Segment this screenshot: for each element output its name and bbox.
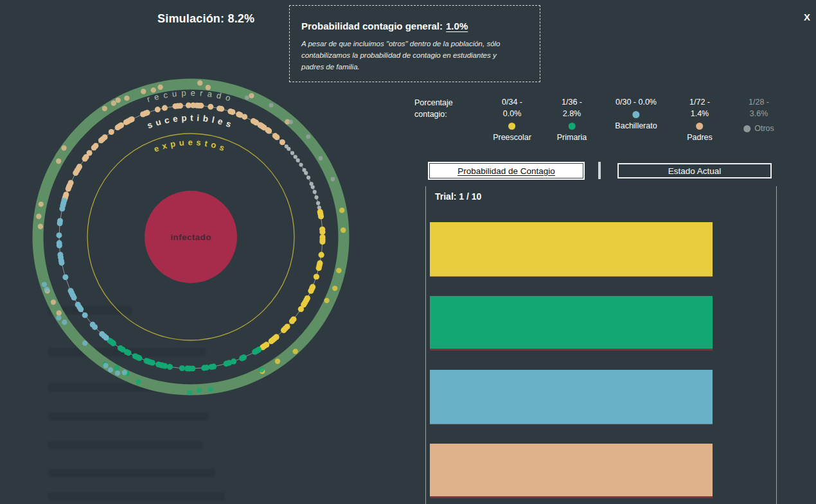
person-dot (306, 135, 310, 139)
person-dot (259, 367, 264, 372)
person-dot (319, 239, 325, 245)
infected-label: infectado (170, 232, 211, 242)
legend-heading: Porcentaje contagio: (414, 97, 453, 120)
person-dot (198, 103, 204, 109)
person-dot (269, 338, 274, 344)
person-dot (224, 361, 229, 367)
person-dot (42, 282, 47, 287)
person-dot (290, 151, 294, 155)
legend-group-preescolar: 0/34 -0.0%Preescolar (493, 96, 531, 143)
infected-strip-preescolar (430, 276, 713, 277)
bachillerato-color-dot-icon (632, 111, 639, 118)
person-dot (218, 106, 224, 112)
person-dot (252, 349, 258, 354)
person-dot (289, 318, 295, 324)
person-dot (304, 171, 308, 175)
person-dot (36, 214, 41, 219)
person-dot (63, 192, 69, 198)
person-dot (38, 224, 43, 229)
padres-color-dot-icon (696, 123, 703, 130)
person-dot (341, 227, 346, 232)
person-dot (87, 150, 93, 156)
person-dot (324, 298, 329, 303)
bar-bachillerato (430, 370, 713, 424)
legend-group-primaria: 1/36 -2.8%Primaria (557, 96, 587, 143)
person-dot (90, 322, 96, 327)
person-dot (155, 107, 161, 112)
person-dot (145, 110, 150, 116)
bar-preescolar (430, 222, 713, 277)
person-dot (62, 274, 68, 280)
legend-name: Otros (754, 123, 774, 134)
person-dot (136, 379, 141, 385)
close-button[interactable]: X (804, 12, 810, 22)
person-dot (129, 116, 135, 122)
infected-strip-bachillerato (430, 424, 713, 424)
person-dot (57, 232, 62, 238)
person-dot (68, 180, 74, 186)
person-dot (93, 143, 99, 149)
legend-name: Primaria (557, 132, 587, 143)
person-dot (114, 365, 119, 370)
legend-name: Bachillerato (615, 120, 657, 132)
person-dot (68, 288, 74, 293)
otros-color-dot-icon (743, 125, 750, 132)
person-dot (141, 89, 146, 94)
person-dot (162, 105, 168, 111)
person-dot (314, 195, 318, 199)
person-dot (56, 159, 61, 164)
person-dot (57, 218, 63, 224)
tab-probabilidad-de-contagio[interactable]: Probabilidad de Contagio (429, 163, 583, 178)
legend-group-otros: 1/28 -3.6%Otros (743, 96, 774, 134)
tab-estado-actual[interactable]: Estado Actual (617, 163, 772, 178)
bar-chart (430, 222, 713, 504)
person-dot (266, 128, 272, 134)
person-dot (56, 315, 61, 320)
page-title: Simulación: 8.2% (157, 12, 254, 26)
contagion-legend: Porcentaje contagio: 0/34 -0.0%Preescola… (414, 96, 784, 144)
person-dot (197, 80, 202, 85)
person-dot (75, 302, 81, 308)
info-label: Probabilidad contagio general: (301, 21, 443, 31)
person-dot (82, 340, 87, 345)
legend-value: 1.4% (687, 108, 713, 119)
person-dot (57, 240, 62, 246)
person-dot (319, 252, 324, 257)
person-dot (116, 98, 121, 103)
person-dot (39, 202, 44, 207)
person-dot (275, 359, 280, 364)
bar-primaria (430, 296, 713, 351)
person-dot (57, 252, 63, 257)
person-dot (279, 139, 285, 145)
chart-panel: Trial: 1 / 10 (425, 186, 777, 504)
ring-label-expuestos: expuestos (152, 137, 229, 154)
person-dot (103, 363, 108, 368)
legend-name: Preescolar (493, 132, 531, 143)
person-dot (102, 106, 107, 111)
legend-heading-line2: contagio: (414, 109, 453, 120)
tab-separator (598, 162, 601, 179)
person-dot (288, 120, 293, 125)
person-dot (61, 198, 67, 204)
legend-value: 3.6% (743, 108, 774, 119)
person-dot (108, 367, 113, 372)
person-dot (155, 361, 161, 367)
person-dot (208, 387, 213, 392)
person-dot (316, 265, 322, 271)
person-dot (76, 164, 82, 169)
person-dot (242, 114, 247, 119)
trial-counter: Trial: 1 / 10 (435, 191, 481, 202)
legend-heading-line1: Porcentaje (414, 97, 453, 109)
person-dot (102, 134, 108, 140)
person-dot (318, 213, 324, 219)
bar-padres (430, 444, 713, 498)
person-dot (82, 312, 88, 318)
person-dot (208, 104, 213, 110)
person-dot (308, 288, 314, 294)
person-dot (61, 145, 66, 150)
info-box: Probabilidad contagio general:1.0% A pes… (289, 5, 540, 82)
person-dot (51, 299, 56, 304)
person-dot (57, 310, 62, 315)
person-dot (293, 349, 298, 354)
person-dot (319, 156, 323, 161)
